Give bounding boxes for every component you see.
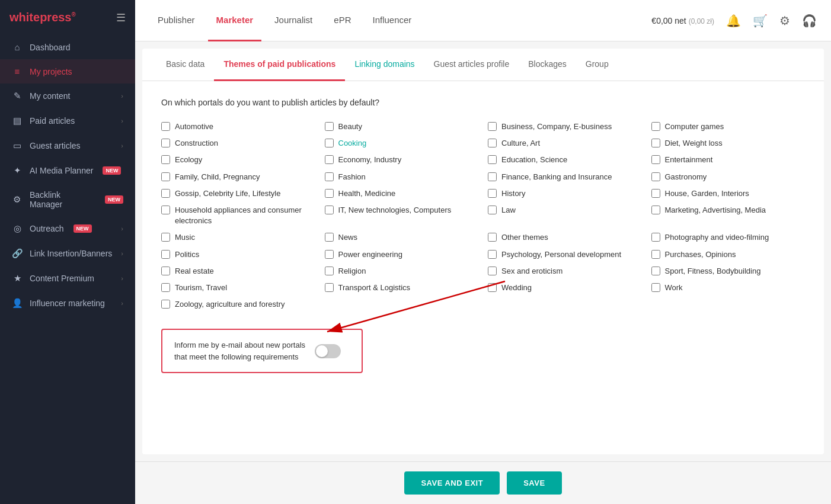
checkbox-beauty-input[interactable] [325, 122, 334, 131]
checkbox-business-input[interactable] [488, 122, 497, 131]
tab-influencer[interactable]: Influencer [364, 0, 420, 41]
checkbox-law-input[interactable] [488, 206, 497, 214]
checkbox-psychology-input[interactable] [488, 250, 497, 259]
tab-marketer[interactable]: Marketer [208, 0, 262, 41]
checkbox-culture-input[interactable] [488, 139, 497, 147]
save-and-exit-button[interactable]: SAVE AND EXIT [404, 471, 500, 495]
checkbox-health-input[interactable] [325, 189, 334, 198]
checkbox-other-themes-input[interactable] [488, 233, 497, 242]
checkbox-construction[interactable]: Construction [161, 138, 315, 149]
checkbox-purchases-input[interactable] [651, 250, 660, 259]
checkbox-religion-input[interactable] [325, 267, 334, 275]
checkbox-house-input[interactable] [651, 189, 660, 198]
checkbox-marketing-input[interactable] [651, 206, 660, 214]
checkbox-economy-input[interactable] [325, 155, 334, 164]
checkbox-entertainment-input[interactable] [651, 155, 660, 164]
checkbox-business[interactable]: Business, Company, E-business [488, 121, 642, 132]
checkbox-finance-input[interactable] [488, 172, 497, 181]
sidebar-item-backlink-manager[interactable]: ⚙ Backlink Manager NEW [0, 183, 135, 216]
tab-guest-articles-profile[interactable]: Guest articles profile [424, 49, 519, 81]
checkbox-finance[interactable]: Finance, Banking and Insurance [488, 172, 642, 182]
checkbox-real-estate[interactable]: Real estate [161, 266, 315, 277]
checkbox-family[interactable]: Family, Child, Pregnancy [161, 172, 315, 182]
checkbox-computer-games[interactable]: Computer games [651, 121, 806, 132]
checkbox-health[interactable]: Health, Medicine [325, 188, 479, 199]
sidebar-item-guest-articles[interactable]: ▭ Guest articles › [0, 133, 135, 158]
sidebar-item-influencer-marketing[interactable]: 👤 Influencer marketing › [0, 291, 135, 316]
checkbox-transport[interactable]: Transport & Logistics [325, 283, 479, 293]
tab-publisher[interactable]: Publisher [149, 0, 203, 41]
checkbox-religion[interactable]: Religion [325, 266, 479, 277]
checkbox-gastronomy-input[interactable] [651, 172, 660, 181]
sidebar-item-content-premium[interactable]: ★ Content Premium › [0, 266, 135, 291]
sidebar-item-outreach[interactable]: ◎ Outreach NEW › [0, 216, 135, 241]
tab-epr[interactable]: ePR [325, 0, 359, 41]
checkbox-power-engineering-input[interactable] [325, 250, 334, 259]
checkbox-it[interactable]: IT, New technologies, Computers [325, 205, 479, 226]
checkbox-it-input[interactable] [325, 206, 334, 214]
checkbox-tourism-input[interactable] [161, 283, 170, 292]
checkbox-automotive[interactable]: Automotive [161, 121, 315, 132]
checkbox-economy[interactable]: Economy, Industry [325, 155, 479, 165]
checkbox-gastronomy[interactable]: Gastronomy [651, 172, 806, 182]
checkbox-psychology[interactable]: Psychology, Personal development [488, 249, 642, 260]
bell-icon[interactable]: 🔔 [726, 14, 741, 28]
email-notification-toggle[interactable] [315, 344, 341, 358]
checkbox-construction-input[interactable] [161, 139, 170, 147]
checkbox-wedding[interactable]: Wedding [488, 283, 642, 293]
tab-journalist[interactable]: Journalist [266, 0, 321, 41]
cart-icon[interactable]: 🛒 [753, 14, 768, 28]
sidebar-item-ai-media-planner[interactable]: ✦ AI Media Planner NEW [0, 158, 135, 183]
checkbox-wedding-input[interactable] [488, 283, 497, 292]
checkbox-gossip[interactable]: Gossip, Celebrity Life, Lifestyle [161, 188, 315, 199]
checkbox-marketing[interactable]: Marketing, Advertising, Media [651, 205, 806, 226]
checkbox-politics-input[interactable] [161, 250, 170, 259]
checkbox-power-engineering[interactable]: Power engineering [325, 249, 479, 260]
checkbox-photography[interactable]: Photography and video-filming [651, 232, 806, 243]
checkbox-music[interactable]: Music [161, 232, 315, 243]
tab-blockages[interactable]: Blockages [519, 49, 576, 81]
hamburger-icon[interactable]: ☰ [116, 11, 126, 24]
checkbox-fashion[interactable]: Fashion [325, 172, 479, 182]
sidebar-item-dashboard[interactable]: ⌂ Dashboard [0, 35, 135, 59]
tab-group[interactable]: Group [576, 49, 618, 81]
checkbox-history[interactable]: History [488, 188, 642, 199]
checkbox-tourism[interactable]: Tourism, Travel [161, 283, 315, 293]
checkbox-photography-input[interactable] [651, 233, 660, 242]
checkbox-entertainment[interactable]: Entertainment [651, 155, 806, 165]
checkbox-cooking-input[interactable] [325, 139, 334, 147]
headset-icon[interactable]: 🎧 [802, 14, 817, 28]
checkbox-purchases[interactable]: Purchases, Opinions [651, 249, 806, 260]
checkbox-culture[interactable]: Culture, Art [488, 138, 642, 149]
tab-linking-domains[interactable]: Linking domains [345, 49, 424, 81]
checkbox-house[interactable]: House, Garden, Interiors [651, 188, 806, 199]
checkbox-cooking[interactable]: Cooking [325, 138, 479, 149]
checkbox-fashion-input[interactable] [325, 172, 334, 181]
checkbox-history-input[interactable] [488, 189, 497, 198]
checkbox-household-input[interactable] [161, 206, 170, 214]
checkbox-beauty[interactable]: Beauty [325, 121, 479, 132]
toggle-track[interactable] [315, 344, 341, 358]
checkbox-work-input[interactable] [651, 283, 660, 292]
checkbox-real-estate-input[interactable] [161, 267, 170, 275]
checkbox-sex-eroticism-input[interactable] [488, 267, 497, 275]
checkbox-zoology[interactable]: Zoology, agriculture and forestry [161, 299, 315, 310]
checkbox-law[interactable]: Law [488, 205, 642, 226]
checkbox-ecology-input[interactable] [161, 155, 170, 164]
checkbox-transport-input[interactable] [325, 283, 334, 292]
checkbox-work[interactable]: Work [651, 283, 806, 293]
checkbox-gossip-input[interactable] [161, 189, 170, 198]
checkbox-zoology-input[interactable] [161, 300, 170, 309]
sidebar-item-my-content[interactable]: ✎ My content › [0, 84, 135, 108]
checkbox-sex-eroticism[interactable]: Sex and eroticism [488, 266, 642, 277]
checkbox-politics[interactable]: Politics [161, 249, 315, 260]
checkbox-music-input[interactable] [161, 233, 170, 242]
checkbox-computer-games-input[interactable] [651, 122, 660, 131]
checkbox-ecology[interactable]: Ecology [161, 155, 315, 165]
checkbox-sport[interactable]: Sport, Fitness, Bodybuilding [651, 266, 806, 277]
checkbox-household[interactable]: Household appliances and consumer electr… [161, 205, 315, 226]
checkbox-family-input[interactable] [161, 172, 170, 181]
checkbox-diet[interactable]: Diet, Weight loss [651, 138, 806, 149]
checkbox-sport-input[interactable] [651, 267, 660, 275]
checkbox-education-input[interactable] [488, 155, 497, 164]
